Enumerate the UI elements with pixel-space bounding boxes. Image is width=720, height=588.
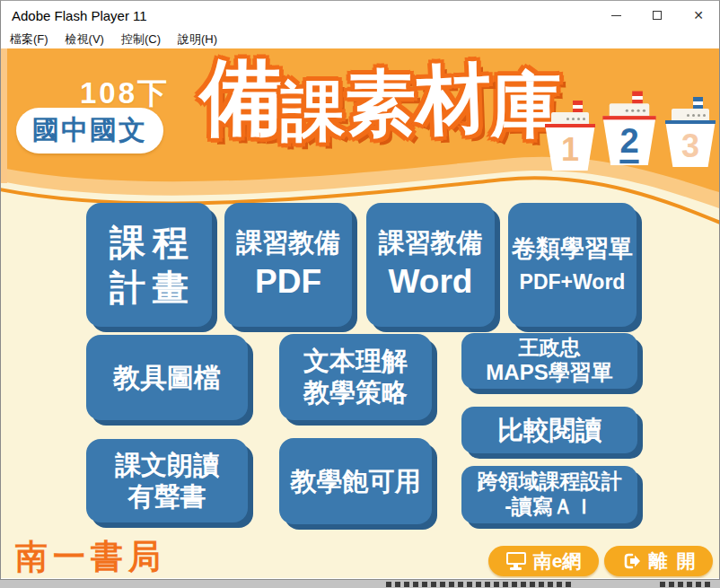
tile-cross-domain-ai[interactable]: 跨領域課程設計 -讀寫ＡＩ xyxy=(461,466,637,523)
pager-number-2: 2 xyxy=(619,124,638,163)
close-button[interactable]: ✕ xyxy=(678,1,719,30)
close-icon: ✕ xyxy=(693,9,704,22)
background-window-text-fragment xyxy=(660,582,712,587)
ship-hull-icon: 2 xyxy=(602,116,655,165)
stage-left-highlight xyxy=(1,48,7,183)
tile-materials-pdf[interactable]: 課習教備 PDF xyxy=(224,203,352,327)
tile-teaching-aids[interactable]: 教具圖檔 xyxy=(86,335,248,420)
pager-ship-3[interactable]: 3 xyxy=(665,97,716,171)
tile-audio-book[interactable]: 課文朗讀 有聲書 xyxy=(86,439,248,522)
background-window-text-fragment xyxy=(386,582,575,587)
ship-stripe xyxy=(665,120,716,124)
tile-course-plan[interactable]: 課程 計畫 xyxy=(86,203,212,327)
pager-number-1: 1 xyxy=(561,131,579,169)
nanenet-button[interactable]: 南e網 xyxy=(488,546,599,576)
menu-control[interactable]: 控制(C) xyxy=(121,31,161,48)
exit-icon xyxy=(620,550,642,572)
minimize-icon xyxy=(611,15,621,16)
flash-player-window: Adobe Flash Player 11 ✕ 檔案(F) 檢視(V) 控制(C… xyxy=(0,0,720,580)
maximize-icon xyxy=(653,11,662,20)
ship-stripe xyxy=(545,124,595,127)
window-title: Adobe Flash Player 11 xyxy=(12,8,147,23)
pager-ship-2-active[interactable]: 2 xyxy=(602,92,655,170)
subject-label: 國中國文 xyxy=(32,112,147,149)
flash-stage: 108下 國中國文 備 課 素 材 庫 1 xyxy=(1,48,719,578)
exit-button[interactable]: 離 開 xyxy=(604,546,713,576)
menu-help[interactable]: 說明(H) xyxy=(178,31,217,48)
publisher-logo: 南一書局 xyxy=(15,534,166,578)
pager-number-3: 3 xyxy=(681,127,699,165)
ship-hull-icon: 3 xyxy=(665,120,716,167)
maximize-button[interactable] xyxy=(637,1,678,30)
ship-stripe xyxy=(602,116,655,119)
pager-ship-1[interactable]: 1 xyxy=(545,101,595,174)
tile-maps-worksheet[interactable]: 王政忠 MAPS學習單 xyxy=(461,333,637,389)
tile-materials-word[interactable]: 課習教備 Word xyxy=(366,203,495,327)
exit-label: 離 開 xyxy=(649,549,698,574)
minimize-button[interactable] xyxy=(595,1,637,30)
title-bar[interactable]: Adobe Flash Player 11 ✕ xyxy=(1,1,719,30)
tile-teaching-pack[interactable]: 教學飽可用 xyxy=(279,438,432,524)
ship-hull-icon: 1 xyxy=(545,124,595,171)
nanenet-label: 南e網 xyxy=(533,549,582,574)
tile-comparative-reading[interactable]: 比較閱讀 xyxy=(461,407,637,453)
menu-view[interactable]: 檢視(V) xyxy=(66,31,104,48)
window-controls: ✕ xyxy=(595,1,719,30)
subject-badge: 國中國文 xyxy=(16,108,163,154)
menu-bar: 檔案(F) 檢視(V) 控制(C) 說明(H) xyxy=(1,30,719,48)
tile-worksheets-pdf-word[interactable]: 卷類學習單 PDF+Word xyxy=(508,203,637,327)
page-title: 備 課 素 材 庫 xyxy=(200,56,541,144)
monitor-icon xyxy=(506,552,526,570)
tile-text-comprehension[interactable]: 文本理解 教學策略 xyxy=(279,334,432,420)
background-window-strip xyxy=(0,580,720,588)
menu-file[interactable]: 檔案(F) xyxy=(10,31,48,48)
